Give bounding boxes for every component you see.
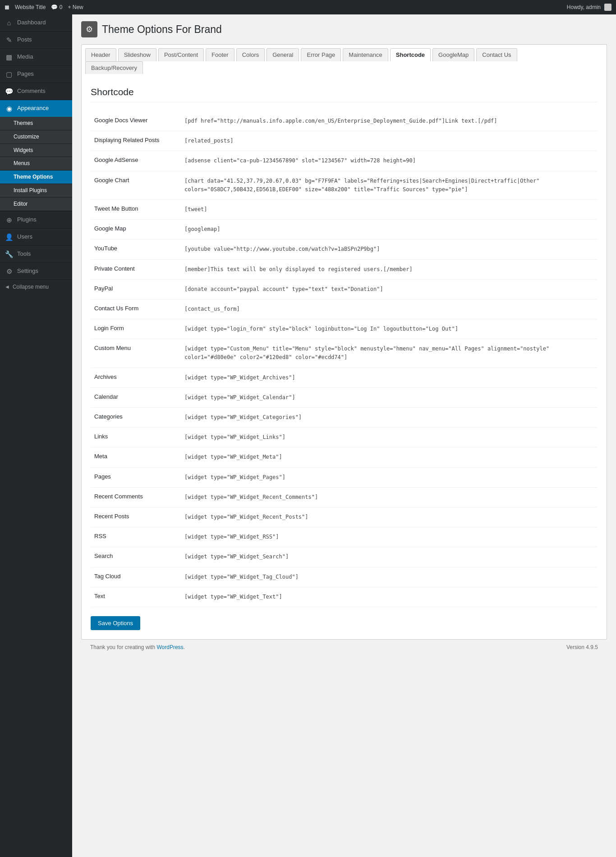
shortcode-label: Google Map [91,220,181,240]
shortcode-value[interactable]: [contact_us_form] [181,299,598,319]
tab-bar: Header Slideshow Post/Content Footer Col… [81,44,607,61]
tab-footer[interactable]: Footer [206,48,234,61]
tab-post-content[interactable]: Post/Content [158,48,204,61]
tab-general[interactable]: General [267,48,299,61]
shortcode-row: Google AdSense [adsense client="ca-pub-1… [91,151,598,171]
tab-header[interactable]: Header [85,48,116,61]
sidebar-item-posts[interactable]: ✎ Posts [0,32,72,49]
shortcode-row: Displaying Related Posts [related_posts] [91,131,598,151]
shortcode-row: Search [widget type="WP_Widget_Search"] [91,547,598,567]
shortcode-value[interactable]: [widget type="WP_Widget_Recent_Comments"… [181,487,598,507]
plugins-icon: ⊕ [5,215,14,225]
tab-contact-us[interactable]: Contact Us [476,48,517,61]
sidebar-item-appearance[interactable]: ◉ Appearance Themes Customize Widgets Me… [0,100,72,212]
shortcode-value[interactable]: [related_posts] [181,131,598,151]
sidebar-item-media[interactable]: ▩ Media [0,49,72,66]
content-area: Shortcode Google Docs Viewer [pdf href="… [81,78,607,640]
shortcode-row: Tweet Me Button [tweet] [91,199,598,219]
shortcode-value[interactable]: [widget type="WP_Widget_Recent_Posts"] [181,507,598,527]
shortcode-value[interactable]: [pdf href="http://manuals.info.apple.com… [181,111,598,131]
shortcode-value[interactable]: [widget type="Custom_Menu" title="Menu" … [181,339,598,368]
wordpress-link[interactable]: WordPress [156,644,183,650]
shortcode-value[interactable]: [widget type="WP_Widget_Tag_Cloud"] [181,567,598,587]
collapse-arrow-icon: ◄ [5,284,10,290]
site-name[interactable]: Website Title [15,4,46,10]
tab-maintenance[interactable]: Maintenance [343,48,388,61]
shortcode-value[interactable]: [googlemap] [181,220,598,240]
shortcode-label: Google Chart [91,171,181,199]
shortcode-value[interactable]: [widget type="WP_Widget_RSS"] [181,527,598,547]
sidebar-item-pages[interactable]: ▢ Pages [0,66,72,83]
shortcode-label: Tweet Me Button [91,199,181,219]
submenu-install-plugins[interactable]: Install Plugins [0,184,72,198]
shortcode-label: Google AdSense [91,151,181,171]
shortcode-value[interactable]: [donate account="paypal account" type="t… [181,279,598,299]
tab-backup-recovery[interactable]: Backup/Recovery [85,61,143,74]
sidebar-item-plugins[interactable]: ⊕ Plugins [0,212,72,229]
shortcode-row: Recent Posts [widget type="WP_Widget_Rec… [91,507,598,527]
shortcode-value[interactable]: [youtube value="http://www.youtube.com/w… [181,240,598,259]
shortcode-value[interactable]: [widget type="WP_Widget_Calendar"] [181,387,598,407]
submit-area: Save Options [91,616,598,630]
users-icon: 👤 [5,232,14,242]
shortcode-row: Recent Comments [widget type="WP_Widget_… [91,487,598,507]
shortcode-label: Contact Us Form [91,299,181,319]
shortcode-row: Login Form [widget type="login_form" sty… [91,319,598,339]
shortcode-value[interactable]: [widget type="WP_Widget_Categories"] [181,408,598,428]
sidebar-item-dashboard[interactable]: ⌂ Dashboard [0,14,72,32]
tab-googlemap[interactable]: GoogleMap [432,48,474,61]
shortcode-value[interactable]: [widget type="WP_Widget_Pages"] [181,467,598,487]
collapse-menu-button[interactable]: ◄ Collapse menu [0,280,72,294]
submenu-editor[interactable]: Editor [0,198,72,211]
dashboard-icon: ⌂ [5,18,14,28]
sidebar-item-comments[interactable]: 💬 Comments [0,83,72,100]
shortcode-value[interactable]: [adsense client="ca-pub-1234567890" slot… [181,151,598,171]
submenu-menus[interactable]: Menus [0,157,72,170]
shortcode-value[interactable]: [widget type="WP_Widget_Links"] [181,428,598,447]
submenu-themes[interactable]: Themes [0,117,72,130]
shortcode-label: Recent Posts [91,507,181,527]
main-content: ⚙ Theme Options For Brand Header Slidesh… [72,14,616,857]
tab-slideshow[interactable]: Slideshow [118,48,156,61]
tab-colors[interactable]: Colors [236,48,265,61]
shortcode-row: Text [widget type="WP_Widget_Text"] [91,587,598,607]
shortcode-row: RSS [widget type="WP_Widget_RSS"] [91,527,598,547]
collapse-menu-label: Collapse menu [13,284,49,290]
page-title: Theme Options For Brand [102,23,222,36]
shortcode-row: Pages [widget type="WP_Widget_Pages"] [91,467,598,487]
shortcode-value[interactable]: [widget type="WP_Widget_Meta"] [181,447,598,467]
new-link[interactable]: + New [68,4,83,10]
sidebar-item-tools[interactable]: 🔧 Tools [0,246,72,263]
submenu-theme-options[interactable]: Theme Options [0,170,72,184]
shortcode-row: Private Content [member]This text will b… [91,259,598,279]
shortcode-label: Tag Cloud [91,567,181,587]
shortcode-value[interactable]: [chart data="41.52,37.79,20.67,0.03" bg=… [181,171,598,199]
shortcode-label: Meta [91,447,181,467]
shortcode-row: Meta [widget type="WP_Widget_Meta"] [91,447,598,467]
shortcode-label: PayPal [91,279,181,299]
page-title-icon: ⚙ [81,21,97,37]
shortcode-value[interactable]: [widget type="WP_Widget_Search"] [181,547,598,567]
tab-shortcode[interactable]: Shortcode [390,48,431,61]
submenu-widgets[interactable]: Widgets [0,144,72,157]
shortcode-value[interactable]: [tweet] [181,199,598,219]
shortcode-value[interactable]: [widget type="WP_Widget_Text"] [181,587,598,607]
shortcode-label: Archives [91,368,181,387]
save-options-button[interactable]: Save Options [91,616,140,630]
shortcode-row: Tag Cloud [widget type="WP_Widget_Tag_Cl… [91,567,598,587]
shortcode-value[interactable]: [widget type="WP_Widget_Archives"] [181,368,598,387]
media-icon: ▩ [5,52,14,62]
shortcode-value[interactable]: [member]This text will be only displayed… [181,259,598,279]
tab-error-page[interactable]: Error Page [301,48,341,61]
comments-count[interactable]: 💬 0 [51,4,62,10]
shortcode-table: Google Docs Viewer [pdf href="http://man… [91,111,598,607]
sidebar-item-settings[interactable]: ⚙ Settings [0,263,72,280]
shortcode-label: Login Form [91,319,181,339]
sidebar-item-users[interactable]: 👤 Users [0,229,72,246]
shortcode-row: Categories [widget type="WP_Widget_Categ… [91,408,598,428]
section-title: Shortcode [91,87,598,102]
shortcode-row: Calendar [widget type="WP_Widget_Calenda… [91,387,598,407]
user-avatar [604,4,611,11]
shortcode-value[interactable]: [widget type="login_form" style="block" … [181,319,598,339]
submenu-customize[interactable]: Customize [0,130,72,144]
